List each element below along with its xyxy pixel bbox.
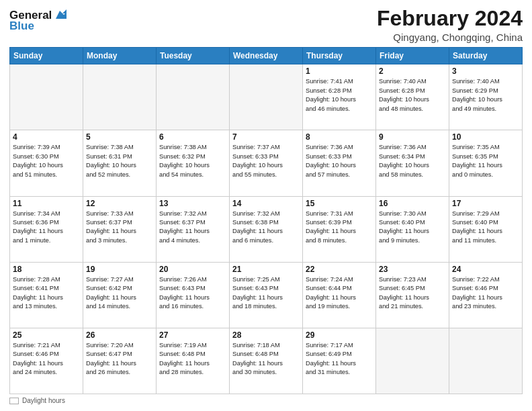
day-number: 15 xyxy=(306,199,373,208)
weekday-header-row: SundayMondayTuesdayWednesdayThursdayFrid… xyxy=(10,48,523,64)
weekday-header-wednesday: Wednesday xyxy=(230,48,303,64)
day-number: 18 xyxy=(13,265,80,274)
day-number: 3 xyxy=(452,66,519,76)
calendar-cell: 8Sunrise: 7:36 AM Sunset: 6:33 PM Daylig… xyxy=(303,130,376,196)
calendar-cell xyxy=(449,328,523,394)
weekday-header-tuesday: Tuesday xyxy=(157,48,230,64)
calendar-cell: 19Sunrise: 7:27 AM Sunset: 6:42 PM Dayli… xyxy=(83,262,157,328)
day-number: 2 xyxy=(379,66,446,76)
week-row-3: 11Sunrise: 7:34 AM Sunset: 6:36 PM Dayli… xyxy=(10,196,523,262)
day-number: 5 xyxy=(86,132,153,142)
week-row-4: 18Sunrise: 7:28 AM Sunset: 6:41 PM Dayli… xyxy=(10,262,523,328)
day-number: 16 xyxy=(379,199,446,208)
day-info: Sunrise: 7:29 AM Sunset: 6:40 PM Dayligh… xyxy=(452,210,519,246)
logo-blue: Blue xyxy=(9,20,66,32)
day-info: Sunrise: 7:22 AM Sunset: 6:46 PM Dayligh… xyxy=(452,275,519,312)
day-number: 6 xyxy=(159,132,226,142)
calendar-cell: 17Sunrise: 7:29 AM Sunset: 6:40 PM Dayli… xyxy=(449,196,523,262)
day-number: 26 xyxy=(86,330,153,340)
week-row-2: 4Sunrise: 7:39 AM Sunset: 6:30 PM Daylig… xyxy=(10,130,523,196)
day-number: 21 xyxy=(232,265,300,274)
day-info: Sunrise: 7:19 AM Sunset: 6:48 PM Dayligh… xyxy=(159,341,226,377)
day-info: Sunrise: 7:21 AM Sunset: 6:46 PM Dayligh… xyxy=(13,341,80,377)
calendar-cell: 11Sunrise: 7:34 AM Sunset: 6:36 PM Dayli… xyxy=(10,196,83,262)
day-info: Sunrise: 7:24 AM Sunset: 6:44 PM Dayligh… xyxy=(306,275,373,312)
legend-box xyxy=(9,398,19,404)
logo-icon xyxy=(53,8,66,21)
day-info: Sunrise: 7:34 AM Sunset: 6:36 PM Dayligh… xyxy=(13,210,80,246)
calendar-cell: 16Sunrise: 7:30 AM Sunset: 6:40 PM Dayli… xyxy=(376,196,449,262)
week-row-5: 25Sunrise: 7:21 AM Sunset: 6:46 PM Dayli… xyxy=(10,328,523,394)
day-info: Sunrise: 7:32 AM Sunset: 6:38 PM Dayligh… xyxy=(232,210,300,246)
calendar-cell: 27Sunrise: 7:19 AM Sunset: 6:48 PM Dayli… xyxy=(157,328,230,394)
calendar-cell: 4Sunrise: 7:39 AM Sunset: 6:30 PM Daylig… xyxy=(10,130,83,196)
calendar-cell: 2Sunrise: 7:40 AM Sunset: 6:28 PM Daylig… xyxy=(376,64,449,130)
day-info: Sunrise: 7:28 AM Sunset: 6:41 PM Dayligh… xyxy=(13,275,80,312)
legend-label: Daylight hours xyxy=(22,397,65,404)
day-number: 17 xyxy=(452,199,519,208)
footer: Daylight hours xyxy=(9,397,523,404)
day-number: 25 xyxy=(13,330,80,340)
day-info: Sunrise: 7:23 AM Sunset: 6:45 PM Dayligh… xyxy=(379,275,446,312)
calendar-cell: 5Sunrise: 7:38 AM Sunset: 6:31 PM Daylig… xyxy=(83,130,157,196)
calendar-cell: 29Sunrise: 7:17 AM Sunset: 6:49 PM Dayli… xyxy=(303,328,376,394)
day-number: 20 xyxy=(159,265,226,274)
day-info: Sunrise: 7:38 AM Sunset: 6:32 PM Dayligh… xyxy=(159,143,226,179)
calendar-cell: 9Sunrise: 7:36 AM Sunset: 6:34 PM Daylig… xyxy=(376,130,449,196)
day-number: 7 xyxy=(232,132,300,142)
day-number: 24 xyxy=(452,265,519,274)
calendar-cell: 23Sunrise: 7:23 AM Sunset: 6:45 PM Dayli… xyxy=(376,262,449,328)
day-info: Sunrise: 7:37 AM Sunset: 6:33 PM Dayligh… xyxy=(232,143,300,179)
weekday-header-thursday: Thursday xyxy=(303,48,376,64)
calendar-cell: 22Sunrise: 7:24 AM Sunset: 6:44 PM Dayli… xyxy=(303,262,376,328)
calendar-cell: 24Sunrise: 7:22 AM Sunset: 6:46 PM Dayli… xyxy=(449,262,523,328)
logo: General Blue xyxy=(9,9,66,32)
calendar-cell: 21Sunrise: 7:25 AM Sunset: 6:43 PM Dayli… xyxy=(230,262,303,328)
day-number: 28 xyxy=(232,330,300,340)
day-number: 22 xyxy=(306,265,373,274)
day-info: Sunrise: 7:38 AM Sunset: 6:31 PM Dayligh… xyxy=(86,143,153,179)
calendar-cell: 20Sunrise: 7:26 AM Sunset: 6:43 PM Dayli… xyxy=(157,262,230,328)
calendar-cell: 13Sunrise: 7:32 AM Sunset: 6:37 PM Dayli… xyxy=(157,196,230,262)
day-info: Sunrise: 7:30 AM Sunset: 6:40 PM Dayligh… xyxy=(379,210,446,246)
day-info: Sunrise: 7:25 AM Sunset: 6:43 PM Dayligh… xyxy=(232,275,300,312)
day-number: 1 xyxy=(306,66,373,76)
header: General Blue February 2024 Qingyang, Cho… xyxy=(9,7,523,43)
calendar-cell: 25Sunrise: 7:21 AM Sunset: 6:46 PM Dayli… xyxy=(10,328,83,394)
page: General Blue February 2024 Qingyang, Cho… xyxy=(0,0,532,411)
calendar-cell: 28Sunrise: 7:18 AM Sunset: 6:48 PM Dayli… xyxy=(230,328,303,394)
day-info: Sunrise: 7:40 AM Sunset: 6:28 PM Dayligh… xyxy=(379,77,446,113)
calendar-cell: 12Sunrise: 7:33 AM Sunset: 6:37 PM Dayli… xyxy=(83,196,157,262)
day-info: Sunrise: 7:27 AM Sunset: 6:42 PM Dayligh… xyxy=(86,275,153,312)
month-title: February 2024 xyxy=(377,7,523,30)
calendar-cell xyxy=(376,328,449,394)
calendar-cell: 7Sunrise: 7:37 AM Sunset: 6:33 PM Daylig… xyxy=(230,130,303,196)
svg-marker-1 xyxy=(62,9,66,13)
day-info: Sunrise: 7:32 AM Sunset: 6:37 PM Dayligh… xyxy=(159,210,226,246)
calendar-cell xyxy=(83,64,157,130)
calendar-cell: 10Sunrise: 7:35 AM Sunset: 6:35 PM Dayli… xyxy=(449,130,523,196)
day-number: 29 xyxy=(306,330,373,340)
day-number: 4 xyxy=(13,132,80,142)
calendar-cell xyxy=(157,64,230,130)
calendar-cell: 18Sunrise: 7:28 AM Sunset: 6:41 PM Dayli… xyxy=(10,262,83,328)
day-info: Sunrise: 7:18 AM Sunset: 6:48 PM Dayligh… xyxy=(232,341,300,377)
calendar-cell: 15Sunrise: 7:31 AM Sunset: 6:39 PM Dayli… xyxy=(303,196,376,262)
calendar-cell: 14Sunrise: 7:32 AM Sunset: 6:38 PM Dayli… xyxy=(230,196,303,262)
day-info: Sunrise: 7:17 AM Sunset: 6:49 PM Dayligh… xyxy=(306,341,373,377)
calendar-cell xyxy=(230,64,303,130)
day-number: 12 xyxy=(86,199,153,208)
week-row-1: 1Sunrise: 7:41 AM Sunset: 6:28 PM Daylig… xyxy=(10,64,523,130)
day-number: 14 xyxy=(232,199,300,208)
day-number: 10 xyxy=(452,132,519,142)
calendar-cell xyxy=(10,64,83,130)
calendar-table: SundayMondayTuesdayWednesdayThursdayFrid… xyxy=(9,47,523,394)
day-info: Sunrise: 7:33 AM Sunset: 6:37 PM Dayligh… xyxy=(86,210,153,246)
day-info: Sunrise: 7:36 AM Sunset: 6:33 PM Dayligh… xyxy=(306,143,373,179)
day-info: Sunrise: 7:26 AM Sunset: 6:43 PM Dayligh… xyxy=(159,275,226,312)
weekday-header-friday: Friday xyxy=(376,48,449,64)
weekday-header-monday: Monday xyxy=(83,48,157,64)
location: Qingyang, Chongqing, China xyxy=(377,32,523,43)
day-number: 8 xyxy=(306,132,373,142)
day-number: 23 xyxy=(379,265,446,274)
